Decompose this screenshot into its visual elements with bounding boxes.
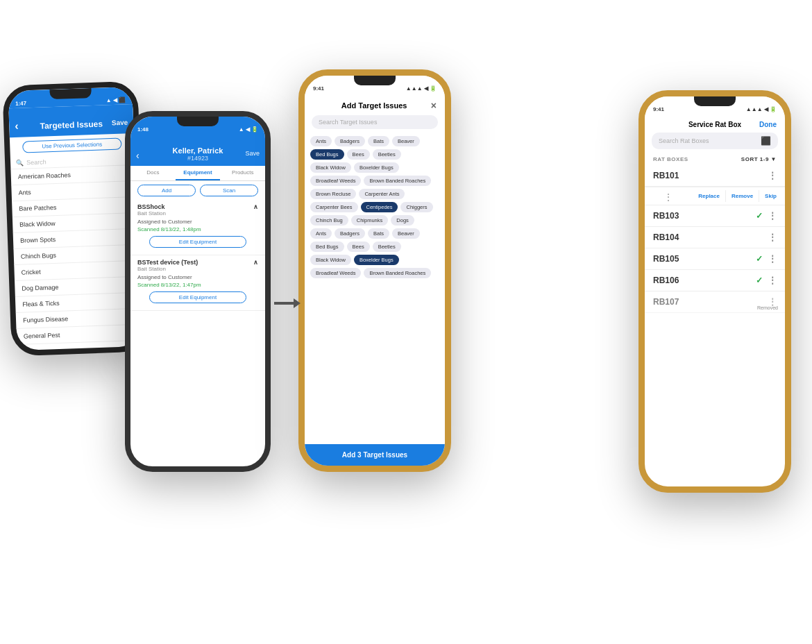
p3-signal: ▲▲▲ ◀ 🔋 <box>406 85 437 92</box>
p2-action-btns: Add Scan <box>130 181 265 200</box>
tag-row-8: Ants Badgers Bats Beaver <box>310 228 439 239</box>
ctx-skip-btn[interactable]: Skip <box>759 190 782 202</box>
p3-close-btn[interactable]: × <box>431 100 437 111</box>
p2-time: 1:48 <box>137 126 149 133</box>
p4-section-header: RAT BOXES SORT 1-9 ▼ <box>645 153 785 165</box>
rb107-label: RB107 <box>653 297 679 307</box>
p2-tabs: Docs Equipment Products <box>130 166 265 181</box>
tag-dogs[interactable]: Dogs <box>391 215 414 226</box>
tag-chiggers[interactable]: Chiggers <box>400 202 432 212</box>
equipment-1-collapse[interactable]: ∧ <box>253 203 258 210</box>
ctx-dots[interactable]: ⋮ <box>664 190 673 203</box>
tag-brown-banded-roaches-2[interactable]: Brown Banded Roaches <box>364 268 431 278</box>
tag-bed-bugs[interactable]: Bed Bugs <box>310 149 344 160</box>
tag-row-10: Black Widow Boxelder Bugs <box>310 255 439 265</box>
list-item-rb103[interactable]: RB103 ✓ ⋮ <box>645 205 785 227</box>
tag-beaver[interactable]: Beaver <box>392 136 420 146</box>
rb104-more-btn[interactable]: ⋮ <box>768 232 777 242</box>
p1-prev-btn[interactable]: Use Previous Selections <box>22 138 122 153</box>
arrow-head <box>294 298 301 308</box>
tag-row-7: Chinch Bug Chipmunks Dogs <box>310 215 439 226</box>
tag-row-2: Bed Bugs Bees Beetles <box>310 149 439 160</box>
tag-boxelder-bugs-2[interactable]: Boxelder Bugs <box>354 255 399 265</box>
list-item-rb106[interactable]: RB106 ✓ ⋮ <box>645 270 785 291</box>
p3-search-bar[interactable]: Search Target Issues <box>312 115 438 129</box>
p4-sort-label[interactable]: SORT 1-9 ▼ <box>741 156 777 162</box>
tag-beetles[interactable]: Beetles <box>373 149 401 160</box>
tag-bats-2[interactable]: Bats <box>368 228 389 239</box>
p4-done-btn[interactable]: Done <box>759 121 777 128</box>
tag-badgers-2[interactable]: Badgers <box>335 228 365 239</box>
tag-centipedes[interactable]: Centipedes <box>361 202 398 212</box>
tag-brown-banded-roaches[interactable]: Brown Banded Roaches <box>364 176 431 186</box>
tag-chipmunks[interactable]: Chipmunks <box>351 215 389 226</box>
p4-signal: ▲▲▲ ◀ 🔋 <box>746 106 777 112</box>
tag-carpenter-ants[interactable]: Carpenter Ants <box>359 189 405 199</box>
equipment-item-2: BSTest device (Test) ∧ Bait Station Assi… <box>130 255 265 311</box>
p4-search-placeholder: Search Rat Boxes <box>659 137 709 144</box>
rb103-check-icon: ✓ <box>756 211 763 221</box>
equipment-1-assigned: Assigned to Customer <box>137 219 258 225</box>
tag-boxelder-bugs[interactable]: Boxelder Bugs <box>354 162 399 173</box>
p1-time: 1:47 <box>15 100 26 107</box>
tag-bed-bugs-2[interactable]: Bed Bugs <box>310 242 344 252</box>
phone-equipment: 1:48 ▲ ◀ 🔋 ‹ Keller, Patrick #14923 Save… <box>125 111 271 472</box>
tag-ants[interactable]: Ants <box>310 136 332 146</box>
ctx-remove-btn[interactable]: Remove <box>726 190 759 202</box>
tag-black-widow[interactable]: Black Widow <box>310 162 351 173</box>
scan-icon[interactable]: ⬛ <box>761 136 771 146</box>
phone-service-rat-box: 9:41 ▲▲▲ ◀ 🔋 Done Service Rat Box Done S… <box>638 90 791 493</box>
equipment-2-edit-btn[interactable]: Edit Equipment <box>149 291 246 303</box>
tag-broadleaf-weeds[interactable]: Broadleaf Weeds <box>310 176 361 186</box>
tag-row-4: Broadleaf Weeds Brown Banded Roaches <box>310 176 439 186</box>
ctx-replace-btn[interactable]: Replace <box>693 190 726 202</box>
p2-save-btn[interactable]: Save <box>245 150 260 157</box>
notch-4 <box>694 96 736 106</box>
list-item[interactable]: General Pest <box>16 325 141 345</box>
p1-header: ‹ Targeted Issues Save <box>8 104 133 137</box>
rb106-more-btn[interactable]: ⋮ <box>768 276 777 285</box>
p4-search-bar[interactable]: Search Rat Boxes ⬛ <box>652 133 778 149</box>
p2-customer-name: Keller, Patrick <box>137 146 258 155</box>
tab-docs[interactable]: Docs <box>130 166 176 180</box>
p3-modal-title: Add Target Issues <box>341 101 407 110</box>
tag-broadleaf-weeds-2[interactable]: Broadleaf Weeds <box>310 268 361 278</box>
tag-bees[interactable]: Bees <box>347 149 370 160</box>
tag-row-5: Brown Recluse Carpenter Ants <box>310 189 439 199</box>
p1-back-btn[interactable]: ‹ <box>15 120 19 133</box>
equipment-1-edit-btn[interactable]: Edit Equipment <box>149 236 246 248</box>
equipment-2-collapse[interactable]: ∧ <box>253 259 258 266</box>
list-item-rb101[interactable]: RB101 ⋮ <box>645 165 785 187</box>
p2-add-btn[interactable]: Add <box>137 185 196 196</box>
tag-row-6: Carpenter Bees Centipedes Chiggers <box>310 202 439 212</box>
list-item-rb105[interactable]: RB105 ✓ ⋮ <box>645 248 785 270</box>
rb105-more-btn[interactable]: ⋮ <box>768 254 777 264</box>
tag-beetles-2[interactable]: Beetles <box>373 242 401 252</box>
tag-badgers[interactable]: Badgers <box>335 136 365 146</box>
context-menu-row: ⋮ Replace Remove Skip <box>645 187 785 205</box>
arrow-body <box>274 302 294 305</box>
tab-equipment[interactable]: Equipment <box>176 166 221 180</box>
p2-scan-btn[interactable]: Scan <box>200 185 258 196</box>
p3-add-target-btn[interactable]: Add 3 Target Issues <box>305 444 445 466</box>
tag-chinch-bug[interactable]: Chinch Bug <box>310 215 348 226</box>
tag-carpenter-bees[interactable]: Carpenter Bees <box>310 202 358 212</box>
rb101-more-btn[interactable]: ⋮ <box>768 171 777 180</box>
tab-products[interactable]: Products <box>220 166 265 180</box>
tag-bats[interactable]: Bats <box>368 136 389 146</box>
tag-bees-2[interactable]: Bees <box>347 242 370 252</box>
rb101-label: RB101 <box>653 171 679 180</box>
flow-arrow <box>274 298 301 308</box>
p4-time: 9:41 <box>653 106 664 112</box>
list-item-rb104[interactable]: RB104 ⋮ <box>645 227 785 248</box>
rb103-more-btn[interactable]: ⋮ <box>768 211 777 221</box>
tag-brown-recluse[interactable]: Brown Recluse <box>310 189 356 199</box>
equipment-1-type: Bait Station <box>137 210 258 217</box>
tag-black-widow-2[interactable]: Black Widow <box>310 255 351 265</box>
p4-header: Done Service Rat Box Done <box>645 114 785 133</box>
scene: 1:47 ▲ ◀ ⬛ ‹ Targeted Issues Save Use Pr… <box>0 0 812 644</box>
p1-save-btn[interactable]: Save <box>112 119 128 127</box>
equipment-1-scanned: Scanned 8/13/22, 1:48pm <box>137 226 258 232</box>
tag-ants-2[interactable]: Ants <box>310 228 332 239</box>
tag-beaver-2[interactable]: Beaver <box>392 228 420 239</box>
